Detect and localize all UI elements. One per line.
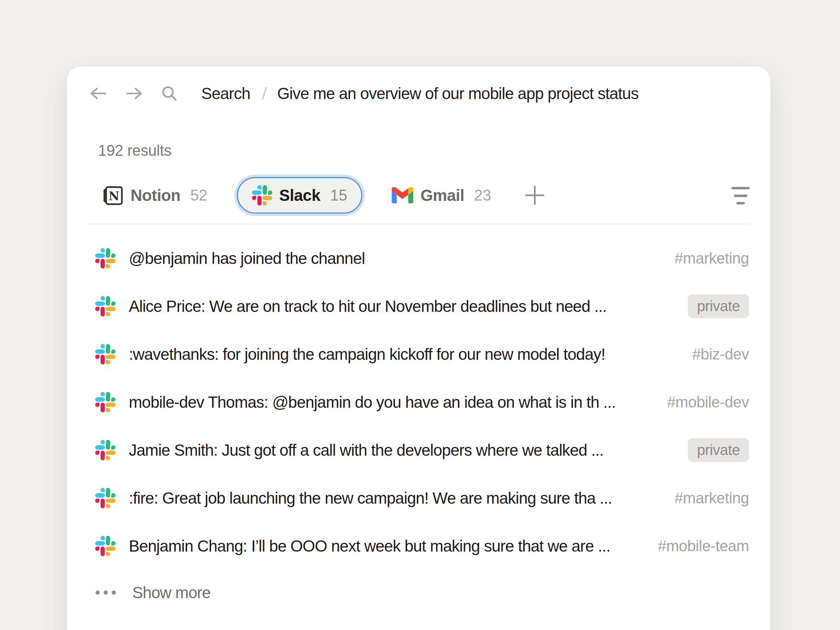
result-row[interactable]: :fire: Great job launching the new campa…: [67, 474, 771, 522]
channel-tag: #mobile-dev: [667, 393, 749, 411]
channel-tag: #mobile-team: [658, 537, 749, 555]
result-text: mobile-dev Thomas: @benjamin do you have…: [129, 393, 653, 412]
back-button[interactable]: [89, 87, 107, 100]
search-query-input[interactable]: Give me an overview of our mobile app pr…: [277, 84, 749, 103]
plus-icon: [525, 185, 545, 205]
slack-icon: [95, 488, 115, 508]
filter-button[interactable]: [731, 186, 750, 204]
show-more-button[interactable]: Show more: [67, 570, 771, 615]
tab-gmail[interactable]: Gmail 23: [392, 186, 491, 205]
result-text: @benjamin has joined the channel: [129, 249, 660, 268]
gmail-icon: [392, 187, 413, 203]
tab-slack[interactable]: Slack 15: [237, 177, 363, 213]
forward-button[interactable]: [126, 87, 143, 100]
show-more-label: Show more: [132, 583, 211, 602]
search-window: Search / Give me an overview of our mobi…: [67, 66, 771, 630]
result-row[interactable]: Alice Price: We are on track to hit our …: [67, 282, 771, 330]
filter-icon: [731, 186, 750, 204]
source-tabs: N Notion 52 Slack 15 G: [67, 175, 771, 215]
slack-icon: [95, 248, 115, 268]
result-text: Alice Price: We are on track to hit our …: [129, 297, 674, 316]
tab-label: Gmail: [420, 186, 464, 205]
search-bar: Search / Give me an overview of our mobi…: [67, 66, 771, 120]
tab-count: 15: [330, 186, 347, 204]
results-count: 192 results: [98, 142, 771, 159]
svg-text:N: N: [109, 189, 119, 203]
result-text: :fire: Great job launching the new campa…: [129, 489, 660, 507]
tab-count: 23: [474, 186, 491, 204]
result-text: Jamie Smith: Just got off a call with th…: [129, 441, 674, 459]
result-row[interactable]: @benjamin has joined the channel #market…: [67, 234, 771, 282]
breadcrumb-separator: /: [262, 84, 267, 103]
slack-icon: [95, 392, 115, 412]
arrow-right-icon: [126, 87, 143, 100]
slack-icon: [95, 536, 115, 556]
result-row[interactable]: mobile-dev Thomas: @benjamin do you have…: [67, 378, 771, 426]
channel-tag: #biz-dev: [692, 346, 749, 363]
results-list: @benjamin has joined the channel #market…: [67, 234, 771, 615]
result-text: :wavethanks: for joining the campaign ki…: [129, 345, 678, 364]
channel-tag: #marketing: [674, 489, 749, 507]
slack-icon: [95, 296, 115, 316]
result-text: Benjamin Chang: I’ll be OOO next week bu…: [129, 537, 644, 556]
slack-icon: [252, 185, 272, 205]
private-badge: private: [688, 294, 749, 318]
ellipsis-icon: [95, 590, 116, 595]
tab-count: 52: [190, 186, 208, 204]
private-badge: private: [688, 438, 749, 462]
result-row[interactable]: :wavethanks: for joining the campaign ki…: [67, 330, 771, 378]
slack-icon: [95, 344, 115, 364]
notion-icon: N: [102, 185, 123, 206]
search-icon: [161, 85, 177, 101]
divider: [87, 224, 751, 224]
slack-icon: [95, 440, 115, 460]
search-mode-label: Search: [201, 84, 250, 103]
tab-label: Slack: [279, 186, 321, 205]
add-source-button[interactable]: [525, 185, 545, 205]
tab-notion[interactable]: N Notion 52: [102, 185, 208, 206]
result-row[interactable]: Jamie Smith: Just got off a call with th…: [67, 426, 771, 474]
arrow-left-icon: [89, 87, 107, 100]
channel-tag: #marketing: [674, 249, 749, 267]
tab-label: Notion: [131, 186, 181, 205]
result-row[interactable]: Benjamin Chang: I’ll be OOO next week bu…: [67, 522, 771, 570]
